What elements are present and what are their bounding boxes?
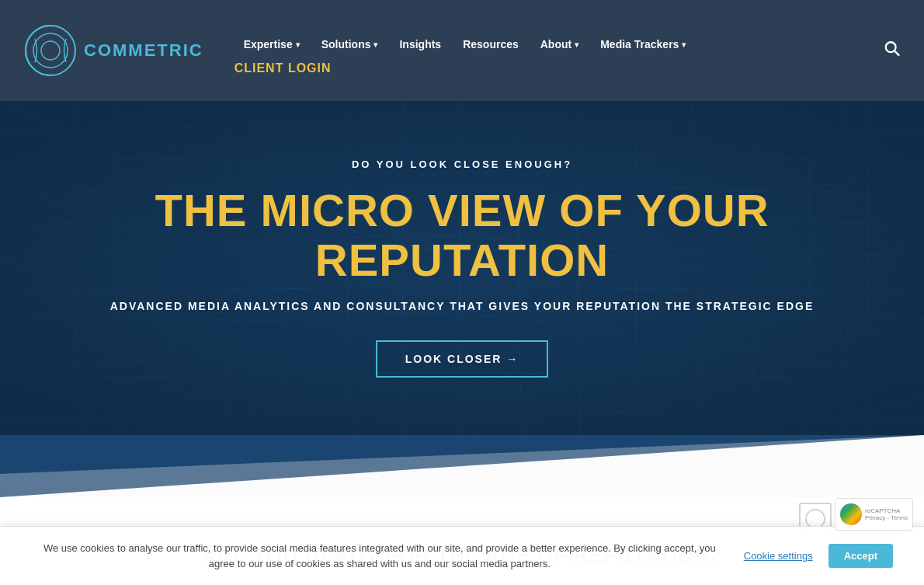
main-nav: Expertise ▾ Solutions ▾ Insights Resourc… [234, 16, 901, 61]
recaptcha-badge: reCAPTCHA Privacy - Terms [835, 498, 913, 531]
hero-tagline: DO YOU LOOK CLOSE ENOUGH? [47, 158, 877, 170]
site-header: COMMETRIC Expertise ▾ Solutions ▾ Insigh… [0, 0, 924, 101]
nav-expertise[interactable]: Expertise ▾ [234, 32, 309, 57]
logo-area[interactable]: COMMETRIC [23, 23, 203, 78]
svg-point-1 [33, 33, 68, 68]
hero-subtitle: ADVANCED MEDIA ANALYTICS AND CONSULTANCY… [47, 300, 877, 312]
nav-solutions[interactable]: Solutions ▾ [312, 32, 387, 57]
nav-area: Expertise ▾ Solutions ▾ Insights Resourc… [234, 16, 901, 85]
search-icon [884, 40, 901, 57]
logo-text: COMMETRIC [84, 40, 203, 61]
client-login-link[interactable]: CLIENT LOGIN [234, 61, 332, 75]
svg-line-4 [895, 51, 900, 56]
nav-insights[interactable]: Insights [390, 32, 450, 57]
hero-title: THE MICRO VIEW OF YOUR REPUTATION [47, 186, 877, 285]
cookie-accept-button[interactable]: Accept [828, 544, 893, 568]
nav-media-trackers[interactable]: Media Trackers ▾ [591, 32, 695, 57]
wave-svg [0, 435, 924, 497]
chevron-down-icon: ▾ [373, 40, 377, 49]
client-login-area: CLIENT LOGIN [234, 61, 901, 85]
wave-separator [0, 435, 924, 497]
hero-section: DO YOU LOOK CLOSE ENOUGH? THE MICRO VIEW… [0, 101, 924, 435]
svg-point-2 [41, 41, 60, 60]
cookie-banner: We use cookies to analyse our traffic, t… [0, 526, 924, 585]
cookie-settings-button[interactable]: Cookie settings [744, 550, 813, 562]
cookie-text: We use cookies to analyse our traffic, t… [31, 541, 728, 571]
look-closer-button[interactable]: LOOK CLOSER → [376, 340, 549, 378]
nav-resources[interactable]: Resources [453, 32, 528, 57]
chevron-down-icon: ▾ [296, 40, 300, 49]
recaptcha-logo [840, 503, 862, 525]
commetric-logo-icon [23, 23, 78, 78]
search-button[interactable] [884, 40, 901, 61]
svg-marker-8 [0, 435, 924, 497]
chevron-down-icon: ▾ [575, 40, 578, 49]
svg-point-3 [886, 42, 896, 52]
recaptcha-text: reCAPTCHA Privacy - Terms [865, 507, 908, 521]
hero-content: DO YOU LOOK CLOSE ENOUGH? THE MICRO VIEW… [0, 158, 924, 378]
chevron-down-icon: ▾ [682, 40, 686, 49]
nav-about[interactable]: About ▾ [531, 32, 588, 57]
